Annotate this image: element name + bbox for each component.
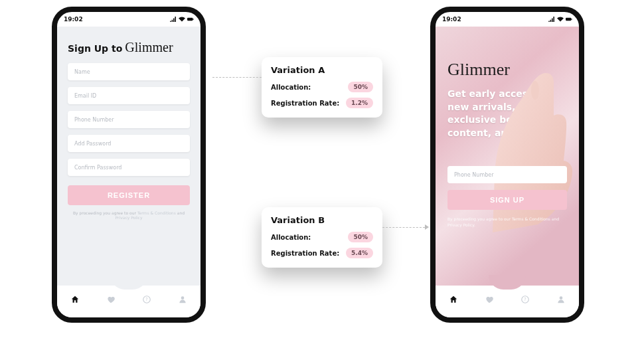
signal-icon	[548, 17, 555, 22]
hero-signup-screen: Glimmer Get early access to new arrivals…	[436, 27, 579, 286]
hero-text: Get early access to new arrivals, sales,…	[447, 88, 554, 139]
nav-favorites[interactable]	[106, 294, 116, 307]
title-prefix: Sign Up to	[68, 43, 122, 54]
svg-text:?: ?	[524, 297, 526, 302]
allocation-label: Allocation:	[271, 234, 311, 241]
arrow-icon	[425, 224, 429, 230]
svg-point-10	[560, 296, 563, 299]
status-bar: 19:02	[436, 12, 579, 27]
heart-icon	[485, 295, 494, 304]
confirm-password-field[interactable]: Confirm Password	[68, 159, 190, 176]
wifi-icon	[179, 17, 185, 22]
phone-field[interactable]: Phone Number	[68, 111, 190, 128]
status-time: 19:02	[442, 16, 461, 23]
help-icon: ?	[142, 295, 151, 304]
nav-favorites[interactable]	[485, 294, 494, 307]
status-bar: 19:02	[57, 12, 201, 27]
placeholder: Add Password	[74, 141, 111, 147]
register-button[interactable]: REGISTER	[68, 185, 190, 205]
signal-icon	[170, 17, 177, 22]
status-icons	[170, 17, 194, 22]
placeholder: Phone Number	[454, 172, 493, 178]
phone-mockup-variation-b: 19:02 Glimmer Get early access to new ar…	[430, 7, 584, 323]
heart-icon	[106, 295, 116, 304]
rate-row: Registration Rate: 1.2%	[271, 98, 373, 108]
svg-rect-6	[571, 19, 572, 20]
svg-point-4	[181, 296, 185, 299]
phone-mockup-variation-a: 19:02 Sign Up to Glimmer Name Email ID P…	[52, 7, 206, 323]
rate-value: 1.2%	[346, 98, 373, 108]
legal-text: By proceeding you agree to our Terms & C…	[447, 216, 567, 228]
allocation-row: Allocation: 50%	[271, 82, 373, 92]
terms-link[interactable]: Terms & Conditions	[137, 211, 176, 215]
allocation-value: 50%	[348, 232, 373, 242]
rate-label: Registration Rate:	[271, 250, 339, 257]
wifi-icon	[557, 17, 564, 22]
nav-profile[interactable]	[178, 294, 187, 307]
legal-text: By proceeding you agree to our Terms & C…	[68, 211, 190, 220]
placeholder: Name	[74, 69, 90, 75]
placeholder: Confirm Password	[74, 165, 121, 171]
nav-help[interactable]: ?	[521, 294, 530, 307]
privacy-link[interactable]: Privacy Policy	[116, 215, 143, 220]
name-field[interactable]: Name	[68, 63, 190, 80]
svg-text:?: ?	[145, 297, 147, 302]
signup-title: Sign Up to Glimmer	[68, 40, 190, 55]
placeholder: Phone Number	[74, 117, 114, 123]
home-icon	[449, 295, 458, 304]
rate-row: Registration Rate: 5.4%	[271, 248, 373, 258]
nav-help[interactable]: ?	[142, 294, 151, 307]
allocation-row: Allocation: 50%	[271, 232, 373, 242]
svg-rect-5	[566, 18, 571, 21]
rate-label: Registration Rate:	[271, 100, 339, 107]
help-icon: ?	[521, 295, 530, 304]
brand-name: Glimmer	[447, 60, 567, 80]
signup-button[interactable]: SIGN UP	[447, 190, 567, 210]
phone-field[interactable]: Phone Number	[447, 166, 567, 183]
nav-home[interactable]	[449, 294, 458, 307]
connector-a	[212, 77, 262, 78]
email-field[interactable]: Email ID	[68, 87, 190, 104]
card-title: Variation A	[271, 65, 373, 75]
allocation-label: Allocation:	[271, 84, 311, 91]
card-title: Variation B	[271, 215, 373, 225]
signup-form-screen: Sign Up to Glimmer Name Email ID Phone N…	[57, 27, 201, 286]
variation-a-card: Variation A Allocation: 50% Registration…	[262, 57, 382, 118]
status-icons	[548, 17, 572, 22]
nav-profile[interactable]	[556, 294, 566, 307]
svg-rect-1	[193, 19, 193, 20]
placeholder: Email ID	[74, 93, 96, 99]
battery-icon	[187, 17, 194, 22]
bottom-nav: ?	[436, 286, 579, 317]
rate-value: 5.4%	[346, 248, 373, 258]
variation-b-card: Variation B Allocation: 50% Registration…	[262, 207, 382, 268]
user-icon	[556, 295, 566, 304]
battery-icon	[566, 17, 572, 22]
bottom-nav: ?	[57, 286, 201, 317]
nav-home[interactable]	[70, 294, 80, 307]
brand-name: Glimmer	[125, 40, 173, 55]
svg-rect-0	[187, 18, 193, 21]
password-field[interactable]: Add Password	[68, 135, 190, 152]
allocation-value: 50%	[348, 82, 373, 92]
status-time: 19:02	[64, 16, 83, 23]
connector-b	[382, 227, 425, 228]
user-icon	[178, 295, 187, 304]
home-icon	[70, 295, 80, 304]
